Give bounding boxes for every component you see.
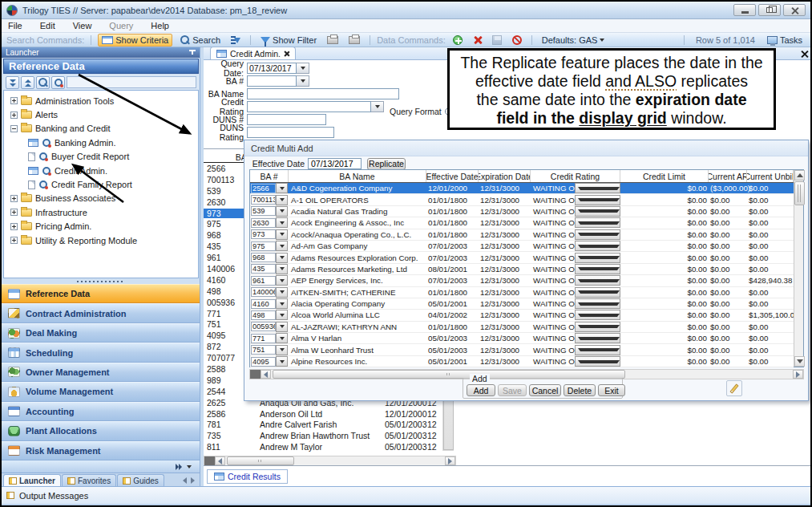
tree-item-credit-admin[interactable]: Credit Admin.	[4, 164, 198, 177]
ba-number-dropdown[interactable]	[297, 75, 309, 87]
tree-item-buyer-credit-report[interactable]: Buyer Credit Report	[4, 150, 198, 164]
table-row[interactable]: 771 Alma V Harlan 05/01/2003 12/31/3000 …	[250, 333, 794, 344]
tree-search-query-button[interactable]	[51, 76, 65, 89]
panel-splitter[interactable]	[2, 278, 200, 284]
tasks-button[interactable]: Tasks	[764, 34, 806, 47]
ba-number-cell[interactable]: 4095	[251, 357, 276, 367]
ba-number-cell[interactable]: 700113	[251, 195, 276, 205]
table-row[interactable]: 968 Adams Resources Exploration Corp. 07…	[250, 252, 794, 263]
rating-dropdown[interactable]	[575, 229, 620, 240]
expand-all-button[interactable]	[6, 76, 19, 89]
scroll-up-icon[interactable]	[794, 170, 805, 180]
collapse-all-button[interactable]	[21, 76, 34, 89]
tree-search-button[interactable]	[36, 76, 50, 89]
table-row[interactable]: 973 Acock/Anaqua Operating Co., L.C. 01/…	[250, 229, 794, 241]
show-filter-button[interactable]: Show Filter	[257, 34, 320, 47]
menu-help[interactable]: Help	[151, 21, 169, 30]
effective-date-input[interactable]	[308, 158, 362, 169]
nav-overflow-row[interactable]	[2, 460, 200, 473]
ba-dropdown[interactable]	[276, 206, 288, 217]
tree-item-administration-tools[interactable]: Administration Tools	[4, 94, 198, 107]
expand-icon[interactable]	[10, 237, 18, 244]
delete-button[interactable]: Delete	[564, 384, 596, 396]
cancel-button[interactable]: Cancel	[529, 384, 561, 396]
table-row[interactable]: 2630 Acock Engineering & Assoc., Inc 01/…	[250, 217, 794, 229]
edit-button[interactable]	[726, 380, 742, 396]
ba-number-cell[interactable]: 498	[251, 310, 276, 320]
query-date-dropdown[interactable]	[297, 63, 309, 74]
ba-number-cell[interactable]: 973	[251, 229, 276, 239]
ba-number-cell[interactable]: 2566	[251, 184, 276, 193]
table-row[interactable]: 435 Adams Resources Marketing, Ltd 08/01…	[250, 264, 794, 275]
restore-button[interactable]	[758, 4, 781, 16]
rating-dropdown[interactable]	[575, 195, 620, 205]
table-row[interactable]: 700113 A-1 OIL OPERATORS 01/01/1800 12/3…	[250, 194, 794, 205]
sort-button[interactable]	[228, 34, 244, 47]
table-row[interactable]: 140006 AITKEN-SMITH; CATHERINE 01/01/180…	[250, 287, 794, 298]
ba-number-cell[interactable]: 4160	[251, 299, 276, 309]
ba-dropdown[interactable]	[276, 287, 288, 298]
table-row[interactable]: 751 Alma W Leonhard Trust 05/01/2003 12/…	[250, 344, 794, 355]
tab-scroll-right-icon[interactable]	[191, 477, 195, 484]
ba-name-input[interactable]	[247, 88, 399, 99]
tree-item-pricing-admin[interactable]: Pricing Admin.	[4, 220, 198, 233]
expand-icon[interactable]	[10, 97, 18, 104]
tab-credit-admin[interactable]: Credit Admin.	[210, 47, 296, 59]
nav-plant-allocations[interactable]: Plant Allocations	[2, 421, 200, 440]
rating-dropdown[interactable]	[575, 206, 620, 217]
defaults-dropdown[interactable]: Defaults: GAS	[539, 34, 608, 47]
rating-dropdown[interactable]	[575, 356, 620, 367]
replicate-button[interactable]: Replicate	[367, 158, 406, 170]
table-row[interactable]: 539 Acadia Natural Gas Trading 01/01/180…	[250, 206, 794, 217]
tab-guides[interactable]: Guides	[117, 474, 164, 486]
tab-favorites[interactable]: Favorites	[62, 474, 116, 486]
ba-number-cell[interactable]: 771	[251, 334, 276, 343]
ba-dropdown[interactable]	[276, 322, 288, 332]
nav-scheduling[interactable]: Scheduling	[2, 343, 200, 362]
ba-number-input[interactable]	[247, 75, 297, 87]
nav-risk-management[interactable]: Risk Management	[2, 441, 200, 460]
scrollbar-thumb[interactable]	[794, 181, 805, 205]
scrollbar-track[interactable]	[294, 456, 445, 465]
tree-item-banking-admin[interactable]: Banking Admin.	[4, 136, 198, 149]
duns-rating-input[interactable]	[247, 127, 334, 138]
rating-dropdown[interactable]	[575, 345, 620, 355]
nav-deal-making[interactable]: Deal Making	[2, 323, 200, 343]
ba-number-cell[interactable]: 751	[251, 345, 276, 355]
ba-number-cell[interactable]: 968	[251, 253, 276, 262]
table-vertical-scrollbar[interactable]	[794, 170, 803, 367]
ba-number-cell[interactable]: 961	[251, 276, 276, 286]
tab-scroll-left-icon[interactable]	[183, 477, 187, 484]
ba-number-cell[interactable]: 539	[251, 206, 276, 216]
tab-credit-results[interactable]: Credit Results	[207, 469, 288, 484]
grid-row[interactable]: 735 Andrew Brian Hawthorn Trust 05/01/20…	[204, 430, 456, 441]
ba-number-cell[interactable]: 975	[251, 241, 276, 251]
rating-dropdown[interactable]	[575, 275, 620, 286]
print-button[interactable]	[324, 34, 341, 47]
ba-number-cell[interactable]: 140006	[251, 287, 276, 297]
credit-rating-dropdown[interactable]	[371, 101, 384, 112]
tree-item-business-associates[interactable]: Business Associates	[4, 192, 198, 205]
ba-dropdown[interactable]	[276, 229, 288, 240]
rating-dropdown[interactable]	[575, 264, 620, 274]
duns-number-input[interactable]	[247, 114, 326, 125]
ba-dropdown[interactable]	[276, 345, 288, 355]
nav-volume-management[interactable]: Volume Management	[2, 382, 200, 401]
ba-dropdown[interactable]	[276, 217, 288, 228]
expand-icon[interactable]	[10, 195, 18, 202]
nav-owner-management[interactable]: Owner Management	[2, 363, 200, 382]
rating-dropdown[interactable]	[575, 287, 620, 298]
rating-dropdown[interactable]	[575, 253, 620, 263]
tree-item-banking-and-credit[interactable]: Banking and Credit	[4, 122, 198, 136]
delete-record-button[interactable]	[470, 34, 485, 47]
scroll-down-icon[interactable]	[794, 356, 805, 367]
scroll-right-icon[interactable]	[793, 370, 803, 379]
ba-number-cell[interactable]: 2630	[251, 218, 276, 228]
collapse-icon[interactable]	[10, 125, 18, 132]
panel-close-icon[interactable]	[801, 50, 809, 58]
ba-dropdown[interactable]	[276, 310, 288, 320]
expand-icon[interactable]	[10, 209, 18, 216]
tree-item-infrastructure[interactable]: Infrastructure	[4, 205, 198, 219]
expand-icon[interactable]	[10, 223, 18, 230]
table-row[interactable]: 498 Alcoa World Alumina LLC 04/01/2002 1…	[250, 310, 794, 321]
